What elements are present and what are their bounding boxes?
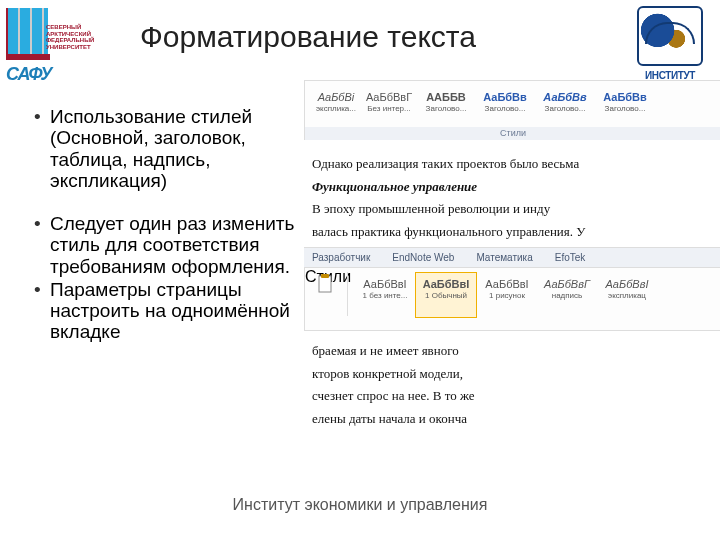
logo-subtitle: СЕВЕРНЫЙ АРКТИЧЕСКИЙ ФЕДЕРАЛЬНЫЙ УНИВЕРС… [46, 24, 94, 50]
document-area: браемая и не имеет явного кторов конкрет… [304, 331, 720, 434]
style-item[interactable]: АаБбВвЗаголово... [535, 85, 595, 131]
tab[interactable]: EndNote Web [392, 252, 454, 263]
ribbon-group-label: Стили [305, 127, 720, 140]
styles-ribbon-bottom: АаБбВвІ1 без инте... АаБбВвІ1 Обычный Аа… [304, 267, 720, 331]
doc-heading: Функциональное управление [312, 178, 712, 196]
style-item[interactable]: АаБбВвІэкспликац [597, 272, 657, 318]
doc-paragraph: кторов конкретной модели, [312, 365, 712, 383]
style-item-selected[interactable]: АаБбВвІ1 Обычный [415, 272, 477, 318]
svg-rect-1 [321, 274, 329, 278]
style-item[interactable]: АаБбВвЗаголово... [475, 85, 535, 131]
style-item[interactable]: АаБбВвІ1 рисунок [477, 272, 537, 318]
paste-icon[interactable] [307, 272, 348, 316]
tab[interactable]: Математика [476, 252, 532, 263]
style-item[interactable]: ААББВЗаголово... [417, 85, 475, 131]
building-icon [6, 8, 48, 54]
style-item[interactable]: АаБбВвГнадпись [537, 272, 597, 318]
bullet-item: Использование стилей (Основной, заголово… [34, 106, 296, 191]
style-item[interactable]: АаБбВіэксплика... [311, 85, 361, 131]
slide-title: Форматирование текста [140, 20, 476, 54]
bullet-item: Следует один раз изменить стиль для соот… [34, 213, 296, 277]
doc-paragraph: елены даты начала и оконча [312, 410, 712, 428]
doc-paragraph: счезнет спрос на нее. В то же [312, 387, 712, 405]
style-item[interactable]: АаБбВвЗаголово... [595, 85, 655, 131]
doc-paragraph: браемая и не имеет явного [312, 342, 712, 360]
styles-ribbon-top: АаБбВіэксплика... АаБбВвГБез интер... АА… [304, 80, 720, 140]
bullet-item: Параметры страницы настроить на одноимён… [34, 279, 296, 343]
document-area: Однако реализация таких проектов было ве… [304, 140, 720, 247]
doc-paragraph: В эпоху промышленной революции и инду [312, 200, 712, 218]
word-screenshots: АаБбВіэксплика... АаБбВвГБез интер... АА… [304, 80, 720, 440]
ribbon-tabs: Разработчик EndNote Web Математика EfoTe… [304, 247, 720, 267]
footer-text: Институт экономики и управления [0, 496, 720, 514]
bullet-list: Использование стилей (Основной, заголово… [34, 106, 296, 365]
svg-rect-0 [319, 276, 331, 292]
tab[interactable]: EfoTek [555, 252, 586, 263]
style-item[interactable]: АаБбВвГБез интер... [361, 85, 417, 131]
doc-paragraph: Однако реализация таких проектов было ве… [312, 155, 712, 173]
logo-text: САФУ [6, 64, 52, 85]
globe-icon [637, 6, 703, 66]
book-icon [6, 54, 50, 60]
doc-paragraph: валась практика функционального управлен… [312, 223, 712, 241]
tab[interactable]: Разработчик [312, 252, 370, 263]
style-item[interactable]: АаБбВвІ1 без инте... [355, 272, 415, 318]
